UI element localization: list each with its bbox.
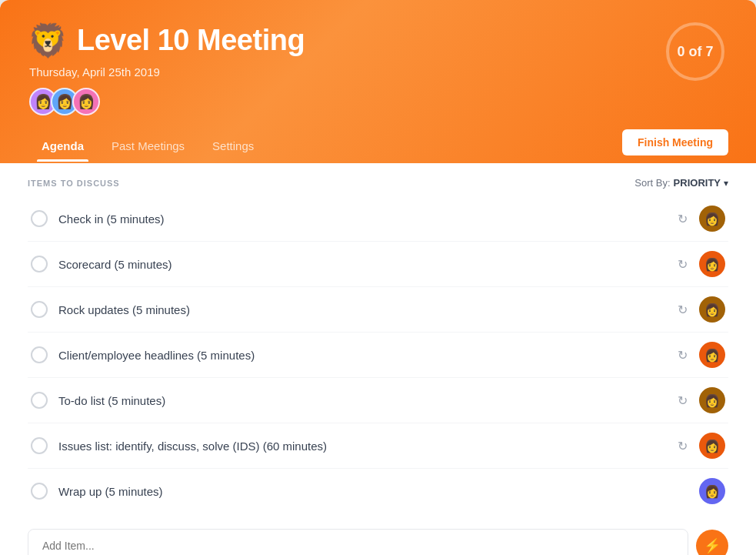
agenda-item: Wrap up (5 minutes) 👩 <box>28 469 728 513</box>
agenda-label: Client/employee headlines (5 minutes) <box>58 349 255 362</box>
agenda-radio[interactable] <box>31 256 48 272</box>
agenda-radio[interactable] <box>31 392 48 409</box>
agenda-item: Scorecard (5 minutes) ↻ 👩 <box>28 242 728 287</box>
agenda-label: To-do list (5 minutes) <box>58 394 165 407</box>
progress-circle: 0 of 7 <box>662 18 728 85</box>
agenda-label: Rock updates (5 minutes) <box>58 303 190 316</box>
agenda-item: To-do list (5 minutes) ↻ 👩 <box>28 378 728 423</box>
agenda-label: Scorecard (5 minutes) <box>58 258 172 271</box>
item-avatar[interactable]: 👩 <box>699 296 725 323</box>
agenda-radio[interactable] <box>31 210 48 227</box>
refresh-icon[interactable]: ↻ <box>674 393 690 408</box>
progress-text: 0 of 7 <box>677 44 713 60</box>
tab-agenda[interactable]: Agenda <box>28 132 98 162</box>
refresh-icon[interactable]: ↻ <box>674 211 690 226</box>
agenda-item: Issues list: identify, discuss, solve (I… <box>28 423 728 469</box>
agenda-radio[interactable] <box>31 483 48 500</box>
refresh-icon[interactable]: ↻ <box>674 347 690 363</box>
tab-settings[interactable]: Settings <box>198 132 268 162</box>
section-title: ITEMS TO DISCUSS <box>28 179 120 188</box>
nav-tabs: Agenda Past Meetings Settings Finish Mee… <box>28 129 728 163</box>
item-avatar[interactable]: 👩 <box>699 342 725 368</box>
agenda-radio[interactable] <box>31 346 48 363</box>
add-item-input[interactable] <box>28 529 688 555</box>
refresh-icon[interactable]: ↻ <box>674 438 690 453</box>
main-content: ITEMS TO DISCUSS Sort By: PRIORITY ▾ Che… <box>0 163 756 555</box>
chevron-down-icon: ▾ <box>724 178 728 189</box>
tab-past-meetings[interactable]: Past Meetings <box>98 132 198 162</box>
meeting-emoji: 🦁 <box>28 22 68 59</box>
lightning-icon: ⚡ <box>704 537 721 554</box>
attendees-list: 👩 👩 👩 <box>29 88 305 115</box>
sort-value: PRIORITY <box>674 177 721 189</box>
agenda-list: Check in (5 minutes) ↻ 👩 Scorecard (5 mi… <box>28 196 728 513</box>
item-avatar[interactable]: 👩 <box>699 387 725 413</box>
agenda-label: Check in (5 minutes) <box>58 212 165 226</box>
item-avatar[interactable]: 👩 <box>699 433 725 459</box>
item-avatar[interactable]: 👩 <box>699 478 725 504</box>
finish-meeting-button[interactable]: Finish Meeting <box>622 129 728 155</box>
agenda-label: Wrap up (5 minutes) <box>58 485 163 498</box>
agenda-item: Rock updates (5 minutes) ↻ 👩 <box>28 287 728 333</box>
refresh-icon[interactable]: ↻ <box>674 256 690 272</box>
agenda-radio[interactable] <box>31 301 48 318</box>
refresh-icon[interactable]: ↻ <box>674 302 690 317</box>
sort-label: Sort By: <box>634 177 670 189</box>
meeting-title: Level 10 Meeting <box>77 24 305 57</box>
agenda-item: Client/employee headlines (5 minutes) ↻ … <box>28 333 728 378</box>
meeting-date: Thursday, April 25th 2019 <box>29 65 305 79</box>
agenda-item: Check in (5 minutes) ↻ 👩 <box>28 196 728 242</box>
avatar[interactable]: 👩 <box>72 88 100 115</box>
agenda-label: Issues list: identify, discuss, solve (I… <box>58 440 327 453</box>
header: 🦁 Level 10 Meeting Thursday, April 25th … <box>0 0 756 163</box>
item-avatar[interactable]: 👩 <box>699 251 725 277</box>
add-item-row: ⚡ <box>28 529 728 555</box>
item-avatar[interactable]: 👩 <box>699 206 725 232</box>
agenda-radio[interactable] <box>31 437 48 454</box>
sort-by-control[interactable]: Sort By: PRIORITY ▾ <box>634 177 728 189</box>
lightning-button[interactable]: ⚡ <box>696 530 728 555</box>
